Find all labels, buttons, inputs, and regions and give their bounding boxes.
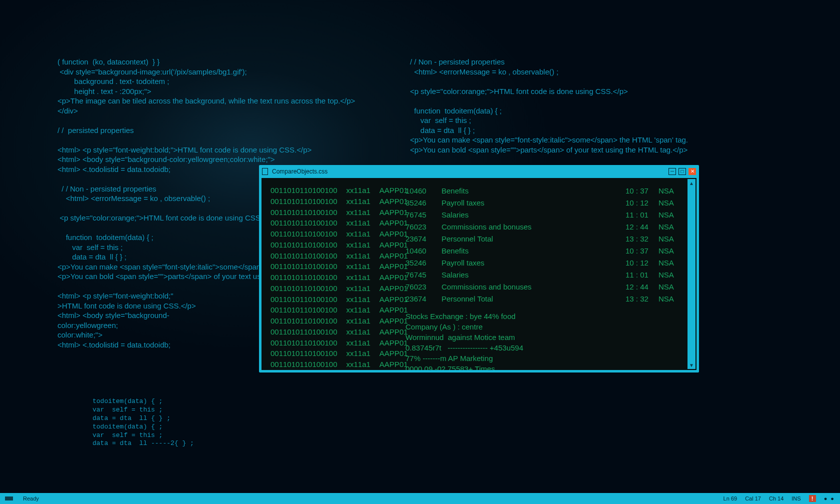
vertical-scrollbar[interactable]: ▲ ▼ bbox=[688, 179, 696, 369]
time-row: 11 : 01NSA bbox=[626, 269, 682, 281]
binary-row: 0011010110100100xx11a1AAPP01 bbox=[270, 218, 388, 228]
close-button[interactable]: ✕ bbox=[688, 168, 696, 175]
binary-row: 0011010110100100xx11a1AAPP01 bbox=[270, 250, 388, 262]
binary-row: 0011010110100100xx11a1AAPP01 bbox=[270, 359, 388, 370]
data-row: 10460Benefits bbox=[406, 185, 608, 197]
binary-row: 0011010110100100xx11a1AAPP01 bbox=[270, 272, 388, 283]
binary-row: 0011010110100100xx11a1AAPP01 bbox=[270, 261, 388, 272]
time-row: 10 : 37NSA bbox=[626, 185, 682, 197]
maximize-button[interactable]: □ bbox=[678, 168, 686, 175]
progress-indicator bbox=[5, 496, 13, 500]
time-row: 10 : 12NSA bbox=[626, 257, 682, 269]
time-column: 10 : 37NSA10 : 12NSA11 : 01NSA12 : 44NSA… bbox=[616, 178, 692, 370]
data-row: 76745Salaries bbox=[406, 209, 608, 221]
binary-row: 0011010110100100xx11a1AAPP01 bbox=[270, 326, 388, 338]
data-row: 23674Personnel Total bbox=[406, 233, 608, 245]
data-row: 76023Commissions and bonuses bbox=[406, 221, 608, 233]
binary-row: 0011010110100100xx11a1AAPP01 bbox=[270, 228, 388, 240]
status-ln: Ln 69 bbox=[724, 496, 738, 502]
document-icon bbox=[262, 168, 268, 175]
time-row: 12 : 44NSA bbox=[626, 221, 682, 233]
free-text-block: Stocks Exchange : bye 44% food Company (… bbox=[406, 311, 608, 370]
data-row: 23674Personnel Total bbox=[406, 293, 608, 305]
binary-row: 0011010110100100xx11a1AAPP01 bbox=[270, 185, 388, 196]
time-row: 13 : 32NSA bbox=[626, 233, 682, 245]
status-dots: ● ● bbox=[824, 496, 835, 502]
binary-row: 0011010110100100xx11a1AAPP01 bbox=[270, 304, 388, 316]
status-ch: Ch 14 bbox=[769, 496, 784, 502]
data-row: 35246Payroll taxes bbox=[406, 257, 608, 269]
status-ready: Ready bbox=[23, 496, 39, 502]
time-row: 10 : 37NSA bbox=[626, 245, 682, 257]
binary-column: 0011010110100100xx11a1AAPP01001101011010… bbox=[262, 178, 396, 370]
time-row: 10 : 12NSA bbox=[626, 197, 682, 209]
binary-row: 0011010110100100xx11a1AAPP01 bbox=[270, 316, 388, 326]
binary-row: 0011010110100100xx11a1AAPP01 bbox=[270, 338, 388, 348]
data-row: 76745Salaries bbox=[406, 269, 608, 281]
time-row: 12 : 44NSA bbox=[626, 281, 682, 293]
binary-row: 0011010110100100xx11a1AAPP01 bbox=[270, 207, 388, 218]
binary-row: 0011010110100100xx11a1AAPP01 bbox=[270, 240, 388, 250]
data-row: 10460Benefits bbox=[406, 245, 608, 257]
window-title: CompareObjects.css bbox=[272, 168, 328, 175]
error-icon[interactable]: ! bbox=[809, 495, 816, 502]
status-ins: INS bbox=[792, 496, 800, 502]
time-row: 13 : 32NSA bbox=[626, 293, 682, 305]
data-row: 35246Payroll taxes bbox=[406, 197, 608, 209]
time-row: 11 : 01NSA bbox=[626, 209, 682, 221]
scroll-up-icon[interactable]: ▲ bbox=[688, 179, 696, 187]
binary-row: 0011010110100100xx11a1AAPP01 bbox=[270, 294, 388, 305]
minimize-button[interactable]: ─ bbox=[668, 168, 676, 175]
status-cal: Cal 17 bbox=[745, 496, 761, 502]
binary-row: 0011010110100100xx11a1AAPP01 bbox=[270, 283, 388, 294]
data-column: 10460Benefits35246Payroll taxes76745Sala… bbox=[396, 178, 616, 370]
status-bar: Ready Ln 69 Cal 17 Ch 14 INS ! ● ● bbox=[0, 493, 840, 504]
binary-row: 0011010110100100xx11a1AAPP01 bbox=[270, 196, 388, 207]
binary-row: 0011010110100100xx11a1AAPP01 bbox=[270, 348, 388, 359]
data-row: 76023Commissions and bonuses bbox=[406, 281, 608, 293]
window-titlebar[interactable]: CompareObjects.css ─ □ ✕ bbox=[259, 165, 699, 178]
scroll-down-icon[interactable]: ▼ bbox=[688, 361, 696, 369]
compare-objects-window[interactable]: CompareObjects.css ─ □ ✕ 001101011010010… bbox=[259, 165, 699, 372]
window-body: 0011010110100100xx11a1AAPP01001101011010… bbox=[262, 178, 696, 370]
